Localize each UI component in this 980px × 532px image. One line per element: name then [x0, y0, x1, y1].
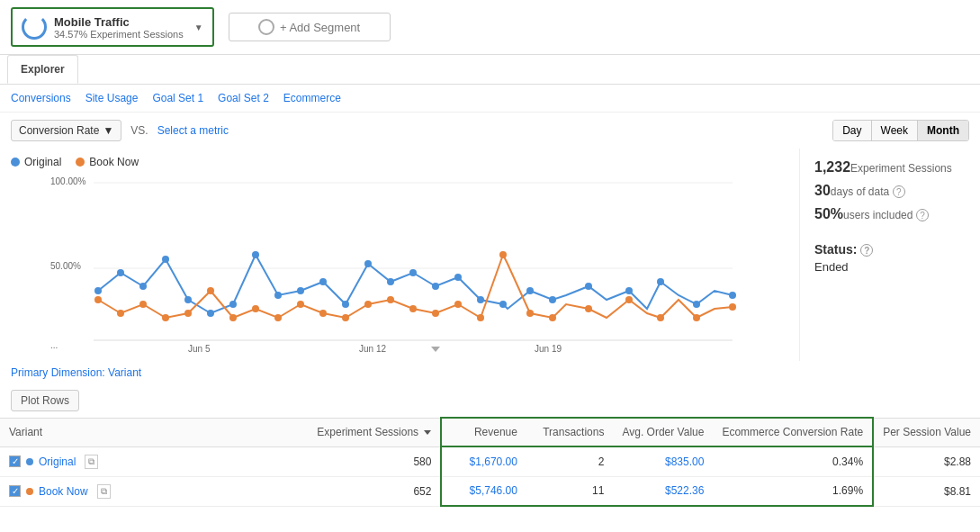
svg-point-55 — [549, 314, 556, 321]
svg-point-56 — [585, 305, 592, 312]
svg-point-54 — [526, 310, 534, 317]
users-label: users included — [843, 209, 913, 221]
th-per-session: Per Session Value — [873, 418, 980, 446]
mobile-traffic-segment[interactable]: Mobile Traffic 34.57% Experiment Session… — [11, 7, 214, 47]
svg-point-49 — [409, 305, 417, 312]
svg-point-32 — [657, 278, 664, 285]
row-checkbox-original[interactable]: ✓ — [9, 455, 21, 467]
th-sessions[interactable]: Experiment Sessions — [308, 418, 441, 446]
svg-point-15 — [229, 301, 237, 308]
table-row: ✓ Book Now ⧉ 652 $5,746.00 11 $522.36 1.… — [0, 476, 980, 506]
variant-original-link-icon[interactable]: ⧉ — [85, 455, 98, 469]
svg-point-23 — [409, 269, 417, 276]
original-row-dot-icon — [26, 458, 33, 465]
svg-point-17 — [274, 292, 282, 299]
svg-point-46 — [342, 314, 349, 321]
svg-point-21 — [364, 260, 372, 267]
svg-point-35 — [94, 296, 102, 303]
sub-tab-goal-set-2[interactable]: Goal Set 2 — [218, 92, 269, 104]
days-help-icon[interactable]: ? — [893, 185, 905, 198]
users-help-icon[interactable]: ? — [916, 209, 929, 221]
vs-label: VS. — [130, 124, 148, 137]
svg-text:100.00%: 100.00% — [50, 176, 86, 186]
svg-point-59 — [693, 314, 700, 321]
users-stat: 50%users included ? — [814, 206, 966, 222]
metric-dropdown-arrow: ▼ — [103, 124, 113, 137]
svg-point-58 — [657, 314, 664, 321]
svg-point-60 — [729, 303, 736, 311]
td-variant-original: ✓ Original ⧉ — [0, 446, 308, 476]
row-checkbox-book-now[interactable]: ✓ — [9, 485, 21, 497]
svg-point-40 — [207, 287, 214, 294]
td-revenue-original: $1,670.00 — [441, 446, 526, 476]
svg-text:50.00%: 50.00% — [50, 261, 81, 271]
legend-book-now-label: Book Now — [89, 156, 139, 168]
svg-point-13 — [184, 296, 192, 303]
status-help-icon[interactable]: ? — [860, 244, 873, 257]
time-btn-month[interactable]: Month — [918, 121, 968, 140]
sub-tab-site-usage[interactable]: Site Usage — [85, 92, 139, 104]
variant-book-now-link-icon[interactable]: ⧉ — [97, 484, 111, 499]
sort-arrow-icon — [424, 430, 431, 435]
svg-point-34 — [729, 292, 736, 299]
th-avg-order: Avg. Order Value — [613, 418, 713, 446]
svg-point-48 — [387, 296, 394, 303]
svg-point-39 — [184, 310, 192, 317]
time-range-buttons: Day Week Month — [832, 120, 969, 141]
sub-tab-goal-set-1[interactable]: Goal Set 1 — [152, 92, 203, 104]
line-chart: 100.00% 50.00% ... Jun 5 Jun 12 Jun 19 — [11, 174, 788, 354]
svg-point-45 — [319, 310, 327, 317]
svg-point-14 — [207, 310, 214, 317]
primary-dim-label: Primary Dimension: — [11, 366, 105, 379]
svg-point-36 — [117, 310, 124, 317]
segment-bar: Mobile Traffic 34.57% Experiment Session… — [0, 0, 980, 55]
svg-point-29 — [549, 296, 556, 303]
segment-subtitle: 34.57% Experiment Sessions — [54, 29, 184, 40]
select-metric-link[interactable]: Select a metric — [157, 124, 229, 137]
td-conversion-rate-original: 0.34% — [713, 446, 873, 476]
svg-point-42 — [252, 305, 259, 312]
td-per-session-book-now: $8.81 — [873, 476, 980, 506]
svg-text:Jun 19: Jun 19 — [535, 344, 562, 354]
svg-point-41 — [229, 314, 237, 321]
svg-point-25 — [454, 274, 462, 281]
svg-text:...: ... — [50, 340, 58, 350]
sub-tab-bar: Conversions Site Usage Goal Set 1 Goal S… — [0, 85, 980, 113]
main-tab-bar: Explorer — [0, 55, 980, 85]
svg-point-31 — [625, 287, 633, 294]
legend-book-now: Book Now — [76, 156, 139, 168]
sessions-label: Experiment Sessions — [850, 162, 952, 175]
td-variant-book-now: ✓ Book Now ⧉ — [0, 476, 308, 506]
sub-tab-conversions[interactable]: Conversions — [11, 92, 71, 104]
svg-point-9 — [94, 287, 102, 294]
plot-rows-button[interactable]: Plot Rows — [11, 390, 79, 411]
segment-loading-icon — [22, 14, 47, 40]
book-now-dot-icon — [76, 158, 85, 167]
td-avg-order-book-now: $522.36 — [613, 476, 713, 506]
add-segment-button[interactable]: + Add Segment — [229, 13, 391, 41]
time-btn-week[interactable]: Week — [872, 121, 918, 140]
svg-point-11 — [139, 283, 147, 290]
chart-area: 100.00% 50.00% ... Jun 5 Jun 12 Jun 19 — [11, 174, 788, 354]
metric-select-dropdown[interactable]: Conversion Rate ▼ — [11, 120, 121, 141]
svg-point-53 — [499, 251, 507, 258]
days-label: days of data — [831, 185, 889, 198]
main-area: Original Book Now 100.00% 50.00% ... Jun… — [0, 149, 980, 361]
sub-tab-ecommerce[interactable]: Ecommerce — [283, 92, 341, 104]
days-count: 30 — [814, 183, 831, 198]
days-stat: 30days of data ? — [814, 183, 966, 199]
td-sessions-book-now: 652 — [308, 476, 441, 506]
chart-controls: Conversion Rate ▼ VS. Select a metric Da… — [0, 113, 980, 149]
tab-explorer[interactable]: Explorer — [7, 55, 78, 84]
add-circle-icon — [258, 19, 274, 35]
legend-original-label: Original — [24, 156, 61, 168]
svg-point-43 — [274, 314, 282, 321]
time-btn-day[interactable]: Day — [833, 121, 871, 140]
svg-point-52 — [477, 314, 484, 321]
segment-dropdown-icon[interactable]: ▼ — [194, 23, 203, 32]
td-sessions-original: 580 — [308, 446, 441, 476]
variant-book-now-label: Book Now — [39, 485, 88, 498]
metric-label: Conversion Rate — [19, 124, 99, 137]
table-row: ✓ Original ⧉ 580 $1,670.00 2 $835.00 0.3… — [0, 446, 980, 476]
svg-text:Jun 12: Jun 12 — [359, 344, 386, 354]
